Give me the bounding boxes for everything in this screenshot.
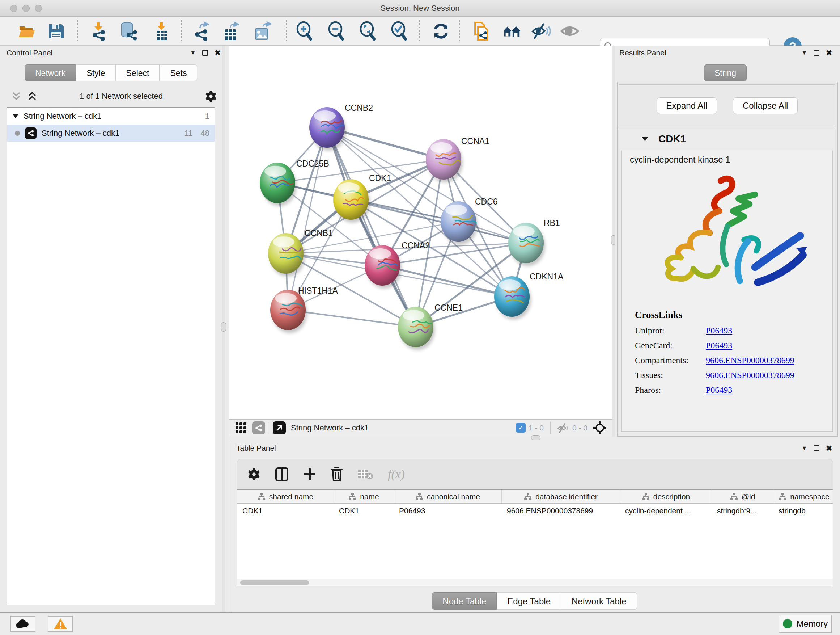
network-edge[interactable]	[288, 127, 327, 310]
crosslink-value-link[interactable]: P06493	[706, 340, 732, 350]
expand-all-button[interactable]: Expand All	[657, 97, 717, 114]
expand-all-networks-icon[interactable]	[27, 92, 38, 101]
navigator-crosshair-icon[interactable]	[592, 421, 607, 435]
tab-string-results[interactable]: String	[704, 65, 747, 81]
crosslink-row: Tissues:9606.ENSP00000378699	[635, 371, 794, 380]
add-column-icon[interactable]	[303, 468, 316, 481]
network-node-ccnb2[interactable]: CCNB2	[309, 103, 373, 150]
import-table-from-file-button[interactable]	[152, 21, 172, 41]
crosslink-value-link[interactable]: P06493	[706, 326, 732, 336]
network-collection-row[interactable]: String Network – cdk1 1	[7, 108, 215, 125]
float-panel-icon[interactable]	[202, 50, 208, 56]
table-cell[interactable]: CDK1	[334, 504, 394, 518]
collapse-triangle-icon[interactable]	[12, 113, 19, 119]
export-network-button[interactable]	[192, 21, 212, 41]
network-node-cdc25b[interactable]: CDC25B	[260, 159, 329, 206]
network-edge[interactable]	[327, 127, 416, 327]
tab-edge-table[interactable]: Edge Table	[497, 592, 561, 610]
table-cell[interactable]: cyclin-dependent ...	[620, 504, 712, 518]
crosslink-value-link[interactable]: 9606.ENSP00000378699	[706, 356, 794, 365]
table-horizontal-scrollbar[interactable]	[237, 579, 833, 586]
hide-selected-button[interactable]	[531, 21, 551, 41]
close-panel-icon[interactable]: ✖	[826, 49, 832, 57]
zoom-fit-button[interactable]	[358, 21, 377, 41]
collapse-panel-icon[interactable]: ▼	[801, 50, 807, 56]
left-splitter-handle[interactable]	[221, 322, 226, 332]
column-header[interactable]: name	[334, 490, 394, 503]
network-view[interactable]: CCNB2CCNA1CDC25BCDK1CDC6RB1CCNB1CCNA2CDK…	[229, 46, 612, 419]
zoom-selected-button[interactable]	[389, 21, 409, 41]
table-cell[interactable]: 9606.ENSP00000378699	[502, 504, 620, 518]
column-header[interactable]: shared name	[237, 490, 334, 503]
column-manager-icon[interactable]	[275, 467, 289, 481]
table-cell[interactable]: stringdb:9...	[712, 504, 774, 518]
node-table[interactable]: shared namenamecanonical namedatabase id…	[237, 489, 833, 586]
import-network-from-file-button[interactable]	[89, 21, 109, 41]
column-header[interactable]: database identifier	[502, 490, 620, 503]
export-image-button[interactable]	[253, 21, 272, 41]
selected-nodes-checkbox[interactable]: ✓	[516, 423, 526, 432]
crosslink-value-link[interactable]: P06493	[706, 385, 732, 395]
network-graph[interactable]: CCNB2CCNA1CDC25BCDK1CDC6RB1CCNB1CCNA2CDK…	[229, 46, 612, 419]
network-node-ccne1[interactable]: CCNE1	[398, 303, 463, 350]
zoom-out-button[interactable]	[326, 21, 346, 41]
clone-network-button[interactable]	[470, 21, 490, 41]
network-node-cdkn1a[interactable]: CDKN1A	[494, 272, 564, 320]
refresh-view-button[interactable]	[431, 21, 451, 41]
tab-network-table[interactable]: Network Table	[561, 592, 637, 610]
memory-button[interactable]: Memory	[778, 615, 832, 633]
import-network-icon	[90, 21, 108, 41]
grid-view-icon[interactable]	[235, 422, 247, 434]
tab-style[interactable]: Style	[76, 65, 115, 81]
scrollbar-thumb[interactable]	[240, 580, 309, 585]
network-node-ccna2[interactable]: CCNA2	[365, 241, 430, 288]
collapse-all-networks-icon[interactable]	[11, 92, 22, 101]
tab-sets[interactable]: Sets	[159, 65, 197, 81]
tab-network[interactable]: Network	[25, 65, 76, 81]
string-network-badge-icon[interactable]	[252, 421, 265, 434]
delete-column-trash-icon[interactable]	[331, 467, 343, 481]
import-network-from-database-button[interactable]	[118, 21, 138, 41]
collapse-gene-triangle-icon[interactable]	[641, 136, 649, 142]
first-neighbors-button[interactable]	[502, 21, 522, 41]
export-table-button[interactable]	[221, 21, 241, 41]
network-node-cdc6[interactable]: CDC6	[441, 197, 498, 245]
tab-select[interactable]: Select	[116, 65, 160, 81]
show-graphics-details-button[interactable]	[560, 21, 579, 41]
control-panel-tabs: NetworkStyleSelectSets	[25, 65, 197, 81]
network-node-rb1[interactable]: RB1	[508, 218, 560, 266]
network-node-ccnb1[interactable]: CCNB1	[268, 228, 333, 277]
warnings-button[interactable]	[48, 616, 73, 632]
table-cell[interactable]: P06493	[394, 504, 502, 518]
cloud-status-button[interactable]	[10, 616, 35, 632]
close-panel-icon[interactable]: ✖	[826, 444, 832, 453]
column-header[interactable]: @id	[712, 490, 774, 503]
float-panel-icon[interactable]	[813, 445, 819, 451]
float-panel-icon[interactable]	[813, 50, 819, 56]
column-header[interactable]: namespace	[774, 490, 833, 503]
network-options-gear-icon[interactable]	[205, 90, 217, 103]
zoom-in-button[interactable]	[294, 21, 314, 41]
table-cell[interactable]: stringdb	[774, 504, 833, 518]
tab-node-table[interactable]: Node Table	[432, 592, 497, 610]
close-panel-icon[interactable]: ✖	[215, 49, 221, 57]
collapse-panel-icon[interactable]: ▼	[190, 50, 196, 56]
column-header[interactable]: description	[620, 490, 712, 503]
crosslink-value-link[interactable]: 9606.ENSP00000378699	[706, 371, 794, 380]
collapse-panel-icon[interactable]: ▼	[801, 445, 807, 451]
column-header[interactable]: canonical name	[394, 490, 502, 503]
table-row[interactable]: CDK1CDK1P064939606.ENSP00000378699cyclin…	[237, 504, 833, 518]
table-cell[interactable]: CDK1	[237, 504, 334, 518]
open-session-button[interactable]	[17, 21, 36, 41]
table-splitter-handle[interactable]	[531, 435, 540, 440]
open-in-window-icon[interactable]	[273, 421, 286, 434]
network-node-ccna1[interactable]: CCNA1	[426, 136, 489, 182]
network-node-cdk1[interactable]: CDK1	[333, 173, 391, 223]
table-options-gear-icon[interactable]	[248, 468, 261, 481]
delete-table-icon	[357, 468, 373, 480]
collapse-all-button[interactable]: Collapse All	[733, 97, 798, 114]
network-row[interactable]: String Network – cdk1 11 48	[7, 125, 215, 141]
column-type-icon	[778, 493, 786, 501]
network-node-hist1h1a[interactable]: HIST1H1A	[270, 286, 338, 333]
save-session-button[interactable]	[46, 21, 66, 41]
